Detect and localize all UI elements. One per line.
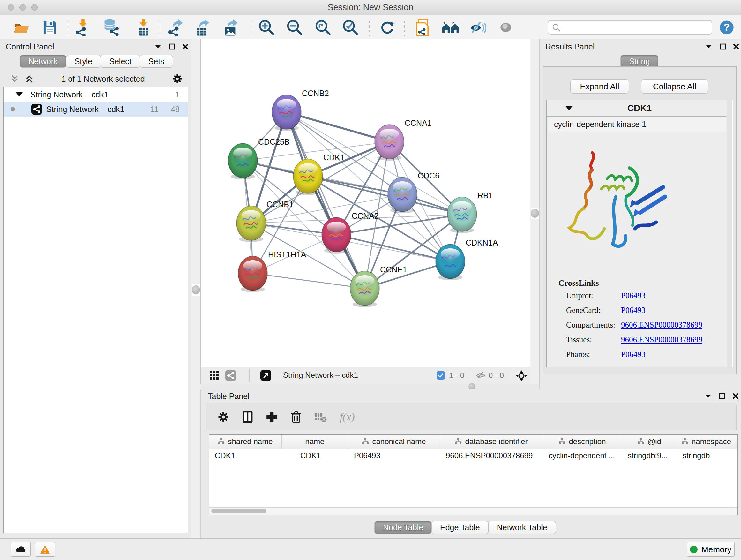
collapse-all-button[interactable]: Collapse All: [641, 79, 708, 94]
cell-description[interactable]: cyclin-dependent ...: [543, 451, 622, 460]
column-header-id[interactable]: @id: [622, 435, 677, 449]
tab-string-results[interactable]: String: [620, 55, 658, 68]
panel-splitter-right[interactable]: [530, 39, 539, 389]
column-header-namespace[interactable]: namespace: [677, 435, 738, 449]
panel-close-icon[interactable]: [182, 44, 189, 50]
expand-all-networks-icon[interactable]: [10, 74, 20, 83]
network-edge[interactable]: [286, 112, 389, 142]
network-node-HIST1H1A[interactable]: HIST1H1A: [238, 250, 307, 292]
column-header-name[interactable]: name: [282, 435, 348, 449]
zoom-selected-button[interactable]: [340, 18, 361, 37]
memory-status-button[interactable]: Memory: [687, 542, 735, 557]
results-vertical-scrollbar[interactable]: [727, 100, 732, 367]
network-collection-row[interactable]: String Network – cdk1 1: [3, 87, 188, 102]
network-node-CCNA1[interactable]: CCNA1: [375, 118, 432, 161]
network-canvas[interactable]: CCNB2CCNA1CDC25BCDK1CDC6RB1CCNB1CCNA2CDK…: [200, 39, 530, 367]
cell-name[interactable]: CDK1: [282, 451, 348, 460]
import-table-button[interactable]: [133, 18, 154, 37]
delete-column-button[interactable]: [287, 408, 306, 426]
hide-selected-button[interactable]: [467, 18, 488, 37]
panel-menu-icon[interactable]: [154, 44, 162, 49]
network-node-RB1[interactable]: RB1: [448, 191, 493, 233]
tab-edge-table[interactable]: Edge Table: [431, 521, 488, 534]
scrollbar-thumb[interactable]: [211, 509, 266, 513]
grid-view-icon[interactable]: [210, 371, 219, 380]
import-network-button[interactable]: [72, 18, 93, 37]
export-network-button[interactable]: [165, 18, 186, 37]
open-in-window-icon[interactable]: [260, 370, 272, 381]
table-settings-button[interactable]: [214, 408, 232, 426]
help-button[interactable]: ?: [716, 18, 737, 37]
export-image-button[interactable]: [220, 18, 242, 37]
copy-network-button[interactable]: [412, 18, 433, 37]
panel-float-icon[interactable]: [720, 44, 726, 50]
table-row[interactable]: CDK1 CDK1 P06493 9606.ENSP00000378699 cy…: [209, 449, 738, 462]
export-table-button[interactable]: [192, 18, 213, 37]
node-label: CDKN1A: [466, 238, 498, 247]
crosslink-pharos-link[interactable]: P06493: [621, 350, 645, 359]
panel-menu-icon[interactable]: [705, 44, 713, 49]
cell-database-identifier[interactable]: 9606.ENSP00000378699: [440, 451, 543, 460]
tab-sets[interactable]: Sets: [140, 55, 173, 68]
crosslink-compartments-link[interactable]: 9606.ENSP00000378699: [621, 320, 702, 329]
network-thumbnail-icon[interactable]: [225, 370, 237, 381]
collapse-all-networks-icon[interactable]: [24, 74, 35, 83]
cell-namespace[interactable]: stringdb: [677, 451, 738, 460]
network-edge[interactable]: [253, 273, 365, 288]
network-options-gear-icon[interactable]: [172, 73, 183, 84]
hidden-eye-slash-icon[interactable]: [476, 371, 485, 380]
network-node-CDK1[interactable]: CDK1: [293, 153, 345, 195]
panel-float-icon[interactable]: [719, 393, 725, 399]
cell-id[interactable]: stringdb:9...: [622, 451, 677, 460]
save-session-button[interactable]: [39, 18, 60, 37]
selected-checkbox-icon[interactable]: [436, 371, 445, 380]
expand-all-button[interactable]: Expand All: [570, 79, 629, 94]
column-header-shared-name[interactable]: shared name: [209, 435, 282, 449]
cell-canonical-name[interactable]: P06493: [348, 451, 440, 460]
network-edge[interactable]: [286, 112, 365, 288]
splitter-handle-icon[interactable]: [192, 286, 200, 294]
zoom-fit-button[interactable]: [313, 18, 333, 37]
tab-node-table[interactable]: Node Table: [374, 521, 432, 534]
warnings-button[interactable]: [35, 542, 55, 557]
delete-table-button[interactable]: [311, 408, 330, 426]
panel-splitter-left[interactable]: [192, 39, 200, 538]
zoom-in-button[interactable]: [256, 18, 277, 37]
tab-network-table[interactable]: Network Table: [488, 521, 556, 534]
table-horizontal-scrollbar[interactable]: [209, 507, 737, 515]
show-all-button[interactable]: [495, 18, 516, 37]
tab-network[interactable]: Network: [20, 55, 66, 68]
column-header-description[interactable]: description: [543, 435, 622, 449]
import-network-from-database-button[interactable]: [100, 18, 121, 37]
column-header-canonical-name[interactable]: canonical name: [348, 435, 440, 449]
collection-expander-icon[interactable]: [16, 92, 23, 97]
search-input[interactable]: [563, 23, 708, 32]
tab-select[interactable]: Select: [100, 55, 140, 68]
create-column-button[interactable]: [239, 408, 257, 426]
first-neighbors-button[interactable]: [440, 18, 461, 37]
network-row-selected[interactable]: String Network – cdk1 11 48: [3, 102, 188, 117]
column-header-database-identifier[interactable]: database identifier: [440, 435, 543, 449]
network-node-CDKN1A[interactable]: CDKN1A: [435, 238, 498, 280]
crosslink-genecard-link[interactable]: P06493: [621, 306, 645, 315]
refresh-button[interactable]: [377, 18, 398, 37]
zoom-out-button[interactable]: [284, 18, 305, 37]
panel-float-icon[interactable]: [169, 44, 175, 50]
splitter-handle-icon[interactable]: [531, 209, 539, 218]
network-edge[interactable]: [336, 235, 450, 261]
panel-menu-icon[interactable]: [704, 394, 712, 399]
panel-close-icon[interactable]: [733, 44, 739, 50]
network-node-CCNE1[interactable]: CCNE1: [350, 265, 407, 307]
cell-shared-name[interactable]: CDK1: [209, 451, 282, 460]
add-row-button[interactable]: [263, 408, 281, 426]
open-session-button[interactable]: [10, 18, 31, 37]
panel-close-icon[interactable]: [732, 393, 739, 399]
crosslink-uniprot-link[interactable]: P06493: [621, 291, 645, 300]
apply-function-button[interactable]: f(x): [333, 408, 361, 426]
cloud-status-button[interactable]: [11, 542, 30, 557]
network-node-CCNB1[interactable]: CCNB1: [237, 200, 293, 242]
protein-card-expander-icon[interactable]: [565, 106, 572, 111]
birds-eye-view-icon[interactable]: [515, 370, 528, 382]
crosslink-tissues-link[interactable]: 9606.ENSP00000378699: [621, 335, 702, 344]
tab-style[interactable]: Style: [66, 55, 101, 68]
